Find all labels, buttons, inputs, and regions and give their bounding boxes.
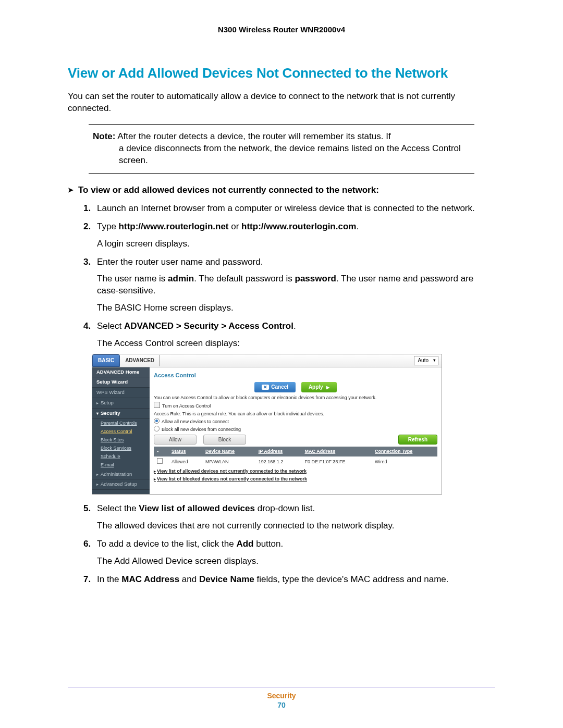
ui-sidebar: ADVANCED Home Setup Wizard WPS Wizard ▸S… bbox=[92, 367, 150, 495]
cell-ip: 192.168.1.2 bbox=[255, 456, 302, 467]
row-checkbox[interactable] bbox=[157, 458, 163, 464]
ui-tab-bar: BASIC ADVANCED Auto bbox=[92, 354, 442, 367]
refresh-button[interactable]: Refresh bbox=[398, 435, 437, 445]
panel-title: Access Control bbox=[154, 372, 437, 379]
step-7: 7. In the MAC Address and Device Name fi… bbox=[83, 574, 495, 586]
ui-main-panel: Access Control ✕Cancel Apply▶ You can us… bbox=[150, 367, 442, 495]
panel-description: You can use Access Control to allow or b… bbox=[154, 394, 437, 401]
apply-button[interactable]: Apply▶ bbox=[301, 382, 337, 392]
caret-right-icon: ▸ bbox=[96, 401, 101, 406]
block-button[interactable]: Block bbox=[203, 435, 246, 445]
sidebar-parental-controls[interactable]: Parental Controls bbox=[92, 419, 150, 427]
devices-table: ▪ Status Device Name IP Address MAC Addr… bbox=[154, 447, 437, 466]
footer-section-name: Security bbox=[68, 692, 495, 700]
router-ui-screenshot: BASIC ADVANCED Auto ADVANCED Home Setup … bbox=[92, 354, 442, 495]
footer-page-number: 70 bbox=[68, 701, 495, 709]
steps-list: 1.Launch an Internet browser from a comp… bbox=[68, 203, 495, 586]
note-text-line2: a device disconnects from the network, t… bbox=[93, 143, 470, 167]
step-1: 1.Launch an Internet browser from a comp… bbox=[83, 203, 495, 215]
note-block: Note: After the router detects a device,… bbox=[89, 124, 474, 174]
sidebar-wps-wizard[interactable]: WPS Wizard bbox=[92, 388, 150, 398]
view-blocked-link[interactable]: ▸View list of blocked devices not curren… bbox=[154, 476, 437, 483]
sidebar-advanced-setup[interactable]: ▸Advanced Setup bbox=[92, 479, 150, 490]
access-rule-text: Access Rule: This is a general rule. You… bbox=[154, 411, 437, 417]
step-6: 6. To add a device to the list, click th… bbox=[83, 538, 495, 567]
step-4: 4. Select ADVANCED > Security > Access C… bbox=[83, 320, 495, 495]
cancel-button[interactable]: ✕Cancel bbox=[254, 382, 296, 392]
close-icon: ✕ bbox=[262, 385, 269, 390]
col-connection-type[interactable]: Connection Type bbox=[372, 447, 437, 456]
triangle-bullet-icon: ➤ bbox=[68, 186, 75, 194]
note-label: Note: bbox=[93, 131, 115, 141]
allow-new-radio[interactable] bbox=[154, 418, 160, 424]
tab-basic[interactable]: BASIC bbox=[92, 354, 120, 367]
note-text-line1: After the router detects a device, the r… bbox=[117, 131, 390, 141]
col-ip-address[interactable]: IP Address bbox=[255, 447, 302, 456]
block-new-radio[interactable] bbox=[154, 426, 160, 431]
allow-button[interactable]: Allow bbox=[154, 435, 197, 445]
sidebar-block-sites[interactable]: Block Sites bbox=[92, 436, 150, 444]
task-heading: ➤To view or add allowed devices not curr… bbox=[68, 185, 495, 195]
tab-advanced[interactable]: ADVANCED bbox=[120, 355, 160, 366]
step-2: 2. Type http://www.routerlogin.net or ht… bbox=[83, 221, 495, 250]
turn-on-checkbox[interactable] bbox=[154, 402, 160, 408]
sidebar-administration[interactable]: ▸Administration bbox=[92, 470, 150, 480]
col-status[interactable]: Status bbox=[168, 447, 202, 456]
block-new-label: Block all new devices from connecting bbox=[162, 427, 241, 432]
intro-paragraph: You can set the router to automatically … bbox=[68, 91, 495, 115]
col-device-name[interactable]: Device Name bbox=[202, 447, 255, 456]
section-title: View or Add Allowed Devices Not Connecte… bbox=[68, 65, 495, 81]
table-row: Allowed MPAWLAN 192.168.1.2 F0:DE:F1:0F:… bbox=[154, 456, 437, 467]
language-select[interactable]: Auto bbox=[414, 356, 438, 365]
sidebar-advanced-home[interactable]: ADVANCED Home bbox=[92, 367, 150, 378]
turn-on-label: Turn on Access Control bbox=[162, 403, 211, 409]
sidebar-block-services[interactable]: Block Services bbox=[92, 444, 150, 452]
sidebar-setup[interactable]: ▸Setup bbox=[92, 398, 150, 409]
sidebar-email[interactable]: E-mail bbox=[92, 461, 150, 469]
caret-right-icon: ▸ bbox=[154, 469, 156, 474]
caret-right-icon: ▸ bbox=[154, 477, 156, 482]
arrow-right-icon: ▶ bbox=[326, 385, 329, 390]
cell-ctype: Wired bbox=[372, 456, 437, 467]
cell-mac: F0:DE:F1:0F:35:FE bbox=[302, 456, 372, 467]
sidebar-security[interactable]: ▾Security bbox=[92, 409, 150, 419]
step-3: 3. Enter the router user name and passwo… bbox=[83, 256, 495, 315]
sidebar-access-control[interactable]: Access Control bbox=[92, 427, 150, 436]
caret-down-icon: ▾ bbox=[96, 411, 101, 417]
sidebar-schedule[interactable]: Schedule bbox=[92, 452, 150, 461]
cell-status: Allowed bbox=[168, 456, 202, 467]
caret-right-icon: ▸ bbox=[96, 482, 101, 488]
allow-new-label: Allow all new devices to connect bbox=[162, 419, 229, 424]
page-footer: Security 70 bbox=[68, 687, 495, 709]
view-allowed-link[interactable]: ▸View list of allowed devices not curren… bbox=[154, 468, 437, 475]
col-checkbox: ▪ bbox=[154, 447, 168, 456]
doc-header: N300 Wireless Router WNR2000v4 bbox=[68, 25, 495, 34]
col-mac-address[interactable]: MAC Address bbox=[302, 447, 372, 456]
sidebar-setup-wizard[interactable]: Setup Wizard bbox=[92, 377, 150, 388]
cell-device-name: MPAWLAN bbox=[202, 456, 255, 467]
step-5: 5. Select the View list of allowed devic… bbox=[83, 503, 495, 532]
caret-right-icon: ▸ bbox=[96, 472, 101, 478]
